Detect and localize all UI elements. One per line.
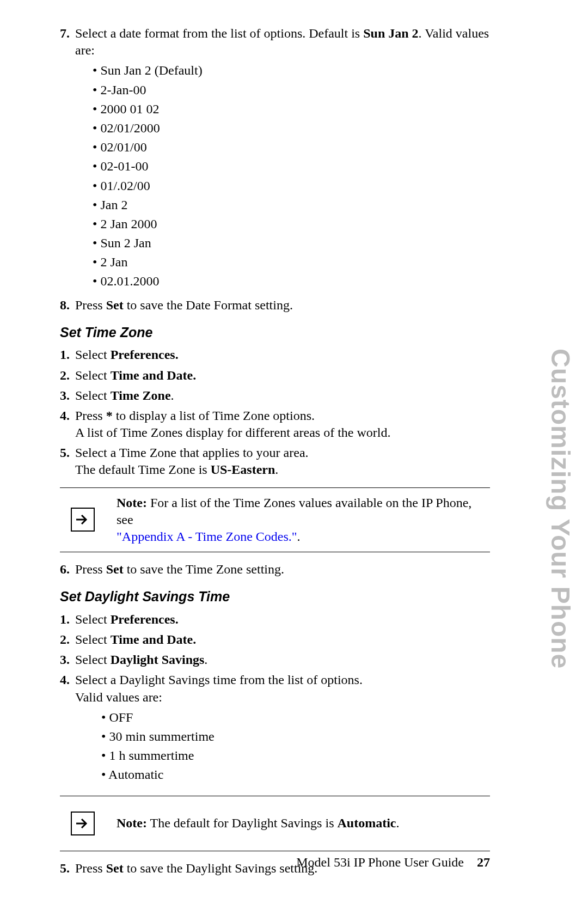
text: to display a list of Time Zone options.: [113, 408, 315, 423]
step-3: 3. Select Time Zone.: [60, 387, 490, 404]
bold: Sun Jan 2: [363, 26, 418, 40]
step-body: Select a Time Zone that applies to your …: [75, 444, 490, 478]
text: .: [204, 652, 207, 667]
bold: Time and Date.: [111, 632, 197, 646]
bold: Set: [106, 861, 124, 875]
note-dst: Note: The default for Daylight Savings i…: [60, 796, 490, 851]
text: Select: [75, 652, 111, 667]
step-6: 6. Press Set to save the Time Zone setti…: [60, 561, 490, 578]
text: Press: [75, 408, 106, 423]
text: Press: [75, 562, 106, 576]
note-text: Note: For a list of the Time Zones value…: [117, 495, 490, 546]
time-zone-steps-cont: 6. Press Set to save the Time Zone setti…: [60, 561, 490, 578]
text: Press: [75, 298, 106, 312]
text: A list of Time Zones display for differe…: [75, 425, 390, 440]
step-number: 1.: [60, 346, 75, 363]
text: Press: [75, 861, 106, 875]
note-time-zone: Note: For a list of the Time Zones value…: [60, 487, 490, 553]
text: The default Time Zone is: [75, 462, 211, 477]
text: to save the Daylight Savings setting.: [124, 861, 318, 875]
list-item: Sun 2 Jan: [93, 235, 490, 252]
heading-set-time-zone: Set Time Zone: [60, 324, 490, 341]
heading-set-dst: Set Daylight Savings Time: [60, 588, 490, 606]
list-item: 01/.02/00: [93, 178, 490, 194]
list-item: 2-Jan-00: [93, 82, 490, 99]
text: Select a date format from the list of op…: [75, 26, 363, 40]
step-body: Select Preferences.: [75, 611, 490, 628]
bold: *: [106, 408, 113, 423]
list-item: 02/01/2000: [93, 120, 490, 137]
list-item: 02.01.2000: [93, 273, 490, 290]
bold: Preferences.: [111, 347, 179, 362]
note-label: Note:: [117, 496, 147, 510]
bold: Time Zone: [111, 388, 171, 402]
step-number: 6.: [60, 561, 75, 578]
text: Select a Daylight Savings time from the …: [75, 673, 363, 687]
list-item: 02/01/00: [93, 139, 490, 156]
bold: Set: [106, 298, 124, 312]
text: Valid values are:: [75, 690, 162, 704]
step-3: 3. Select Daylight Savings.: [60, 651, 490, 668]
bold: Time and Date.: [111, 368, 197, 382]
text: Select: [75, 388, 111, 402]
step-body: Select a date format from the list of op…: [75, 25, 490, 294]
arrow-right-icon: [71, 812, 95, 835]
list-item: Jan 2: [93, 197, 490, 213]
step-number: 3.: [60, 387, 75, 404]
list-item: 1 h summertime: [101, 747, 490, 764]
text: .: [297, 529, 301, 544]
step-number: 4.: [60, 672, 75, 786]
step-body: Select Time and Date.: [75, 367, 490, 384]
side-chapter-title: Customizing Your Phone: [543, 349, 577, 669]
step-body: Select Preferences.: [75, 346, 490, 363]
step-2: 2. Select Time and Date.: [60, 631, 490, 648]
bold: Automatic: [337, 816, 396, 830]
step-body: Select a Daylight Savings time from the …: [75, 672, 490, 786]
text: Select: [75, 632, 111, 646]
step-number: 5.: [60, 860, 75, 877]
dst-options: OFF 30 min summertime 1 h summertime Aut…: [101, 709, 490, 784]
page-footer: Model 53i IP Phone User Guide27: [296, 854, 490, 871]
step-4: 4. Select a Daylight Savings time from t…: [60, 672, 490, 786]
footer-title: Model 53i IP Phone User Guide: [296, 855, 464, 869]
step-number: 5.: [60, 444, 75, 478]
bold: Daylight Savings: [111, 652, 205, 667]
arrow-right-icon: [71, 508, 95, 532]
text: Select: [75, 368, 111, 382]
note-text: Note: The default for Daylight Savings i…: [117, 815, 490, 832]
list-item: OFF: [101, 709, 490, 726]
text: For a list of the Time Zones values avai…: [117, 496, 471, 527]
text: to save the Date Format setting.: [124, 298, 293, 312]
step-7: 7. Select a date format from the list of…: [60, 25, 490, 294]
step-number: 1.: [60, 611, 75, 628]
text: Select: [75, 612, 111, 626]
page-number: 27: [477, 855, 490, 869]
step-body: Select Time and Date.: [75, 631, 490, 648]
bold: Preferences.: [111, 612, 179, 626]
dst-steps: 1. Select Preferences. 2. Select Time an…: [60, 611, 490, 787]
date-format-steps: 7. Select a date format from the list of…: [60, 25, 490, 314]
step-number: 2.: [60, 631, 75, 648]
time-zone-steps: 1. Select Preferences. 2. Select Time an…: [60, 346, 490, 478]
step-body: Press * to display a list of Time Zone o…: [75, 407, 490, 441]
text: .: [171, 388, 174, 402]
text: to save the Time Zone setting.: [124, 562, 284, 576]
appendix-link[interactable]: "Appendix A - Time Zone Codes.": [117, 529, 297, 544]
date-format-options: Sun Jan 2 (Default) 2-Jan-00 2000 01 02 …: [93, 62, 490, 290]
note-label: Note:: [117, 816, 147, 830]
step-body: Select Time Zone.: [75, 387, 490, 404]
step-number: 4.: [60, 407, 75, 441]
step-body: Press Set to save the Date Format settin…: [75, 297, 490, 314]
step-1: 1. Select Preferences.: [60, 346, 490, 363]
text: .: [396, 816, 399, 830]
list-item: 30 min summertime: [101, 728, 490, 745]
list-item: 2 Jan: [93, 254, 490, 271]
list-item: Sun Jan 2 (Default): [93, 62, 490, 79]
list-item: 02-01-00: [93, 158, 490, 175]
text: Select: [75, 347, 111, 362]
step-1: 1. Select Preferences.: [60, 611, 490, 628]
step-5: 5. Select a Time Zone that applies to yo…: [60, 444, 490, 478]
text: .: [275, 462, 278, 477]
step-number: 3.: [60, 651, 75, 668]
bold: Set: [106, 562, 124, 576]
